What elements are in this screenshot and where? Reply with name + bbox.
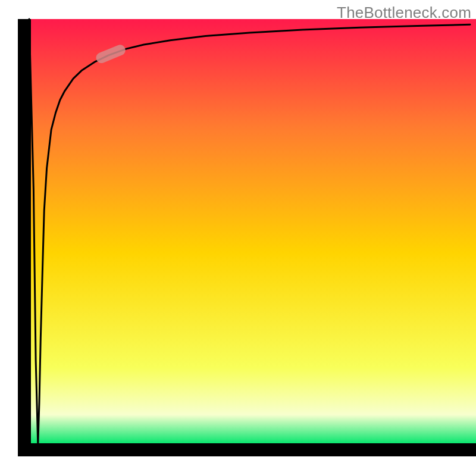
plot-background [30, 19, 476, 444]
chart-svg [0, 0, 476, 476]
bottleneck-chart: TheBottleneck.com [0, 0, 476, 476]
x-axis [18, 443, 476, 456]
watermark-label: TheBottleneck.com [337, 4, 471, 22]
y-axis [18, 19, 31, 456]
